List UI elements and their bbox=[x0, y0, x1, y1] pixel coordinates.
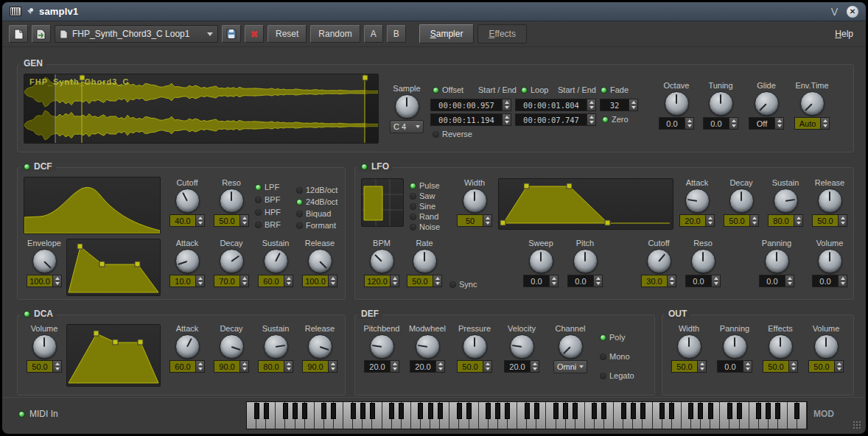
spinner-arrows[interactable] bbox=[52, 361, 61, 372]
spinner-arrows[interactable] bbox=[195, 275, 204, 286]
dcf-release-knob[interactable] bbox=[308, 249, 332, 273]
spinner-arrows[interactable] bbox=[549, 275, 558, 286]
tab-effects[interactable]: Effects bbox=[477, 24, 526, 43]
lfo-sync-toggle[interactable]: Sync bbox=[449, 280, 477, 289]
shade-chevron-icon[interactable]: ⋁ bbox=[831, 7, 838, 15]
lfo-reso-knob[interactable] bbox=[691, 249, 715, 273]
open-preset-button[interactable] bbox=[32, 25, 51, 43]
fade-field[interactable]: 32 bbox=[600, 99, 638, 111]
lfo-shape-sine[interactable]: Sine bbox=[410, 202, 435, 211]
filter-slope-12db[interactable]: 12dB/oct bbox=[296, 186, 337, 194]
lfo-sustain-spinbox[interactable]: 80.0 bbox=[768, 214, 803, 227]
spinner-arrows[interactable] bbox=[239, 215, 248, 226]
piano-black-key[interactable] bbox=[553, 403, 559, 419]
out-effects-knob[interactable] bbox=[769, 334, 793, 359]
dcf-release-spinbox[interactable]: 100.0 bbox=[302, 275, 337, 287]
dca-sustain-knob[interactable] bbox=[264, 334, 288, 359]
loop-toggle[interactable]: Loop bbox=[521, 85, 548, 94]
spinner-arrows[interactable] bbox=[433, 275, 441, 286]
piano-black-key[interactable] bbox=[418, 403, 423, 419]
piano-black-key[interactable] bbox=[601, 403, 606, 419]
filter-slope-24db[interactable]: 24dB/oct bbox=[296, 197, 337, 206]
piano-black-key[interactable] bbox=[794, 403, 799, 419]
def-pitchbend-knob[interactable] bbox=[370, 334, 394, 359]
spinner-arrows[interactable] bbox=[593, 275, 602, 286]
piano-black-key[interactable] bbox=[486, 403, 491, 419]
piano-black-key[interactable] bbox=[669, 403, 674, 419]
spinner-arrows[interactable] bbox=[838, 215, 847, 226]
lfo-pitch-spinbox[interactable]: 0.0 bbox=[567, 275, 603, 287]
spinner-arrows[interactable] bbox=[195, 361, 204, 372]
lfo-width-knob[interactable] bbox=[463, 189, 487, 213]
dcf-cutoff-spinbox[interactable]: 40.0 bbox=[169, 214, 205, 227]
spinner-arrows[interactable] bbox=[774, 118, 783, 129]
piano-black-key[interactable] bbox=[698, 403, 703, 419]
keymode-mono[interactable]: Mono bbox=[600, 352, 630, 361]
spinner-arrows[interactable] bbox=[788, 361, 797, 372]
spinner-arrows[interactable] bbox=[587, 99, 595, 110]
lfo-section-title[interactable]: LFO bbox=[357, 161, 393, 172]
lfo-release-knob[interactable] bbox=[818, 189, 842, 213]
lfo-panning-knob[interactable] bbox=[765, 249, 789, 273]
piano-black-key[interactable] bbox=[331, 403, 336, 419]
tuning-spinbox[interactable]: 0.0 bbox=[703, 117, 738, 130]
dca-release-knob[interactable] bbox=[308, 334, 332, 359]
out-volume-spinbox[interactable]: 50.0 bbox=[808, 360, 844, 373]
piano-black-key[interactable] bbox=[688, 403, 693, 419]
lfo-attack-spinbox[interactable]: 20.0 bbox=[679, 214, 715, 227]
offset-start-field[interactable]: 00:00:00.957 bbox=[430, 99, 511, 111]
lfo-release-spinbox[interactable]: 50.0 bbox=[812, 214, 847, 227]
dca-release-spinbox[interactable]: 90.0 bbox=[302, 360, 337, 373]
spinner-arrows[interactable] bbox=[820, 118, 829, 129]
piano-black-key[interactable] bbox=[264, 403, 269, 419]
piano-black-key[interactable] bbox=[360, 403, 365, 419]
dcf-section-title[interactable]: DCF bbox=[20, 161, 56, 172]
spinner-arrows[interactable] bbox=[483, 215, 491, 226]
spinner-arrows[interactable] bbox=[328, 361, 337, 372]
lfo-cutoff-spinbox[interactable]: 30.0 bbox=[641, 275, 676, 287]
out-volume-knob[interactable] bbox=[814, 334, 839, 359]
out-width-knob[interactable] bbox=[677, 334, 701, 359]
spinner-arrows[interactable] bbox=[697, 361, 706, 372]
spinner-arrows[interactable] bbox=[743, 361, 752, 372]
lfo-shape-saw[interactable]: Saw bbox=[410, 191, 435, 200]
spinner-arrows[interactable] bbox=[502, 114, 511, 125]
piano-black-key[interactable] bbox=[525, 403, 530, 419]
piano-black-key[interactable] bbox=[621, 403, 626, 419]
dcf-reso-spinbox[interactable]: 50.0 bbox=[214, 214, 249, 227]
tuning-knob[interactable] bbox=[709, 91, 733, 116]
zero-toggle[interactable]: Zero bbox=[602, 115, 629, 124]
out-panning-knob[interactable] bbox=[723, 334, 747, 359]
dcf-envelope-spinbox[interactable]: 100.0 bbox=[27, 275, 62, 287]
lfo-reso-spinbox[interactable]: 0.0 bbox=[685, 275, 721, 287]
lfo-rate-spinbox[interactable]: 50.0 bbox=[407, 275, 442, 287]
dcf-attack-knob[interactable] bbox=[175, 249, 200, 273]
lfo-attack-knob[interactable] bbox=[685, 189, 710, 213]
lfo-pitch-knob[interactable] bbox=[573, 249, 598, 273]
lfo-cutoff-knob[interactable] bbox=[647, 249, 671, 273]
reverse-toggle[interactable]: Reverse bbox=[433, 130, 472, 138]
spinner-arrows[interactable] bbox=[834, 361, 843, 372]
spinner-arrows[interactable] bbox=[711, 275, 720, 286]
def-modwheel-knob[interactable] bbox=[416, 334, 440, 359]
spinner-arrows[interactable] bbox=[794, 215, 802, 226]
piano-black-key[interactable] bbox=[283, 403, 288, 419]
lfo-volume-spinbox[interactable]: 0.0 bbox=[812, 275, 847, 287]
lfo-bpm-knob[interactable] bbox=[370, 249, 394, 273]
out-effects-spinbox[interactable]: 50.0 bbox=[763, 360, 798, 373]
def-channel-knob[interactable] bbox=[559, 334, 583, 359]
swap-b-button[interactable]: B bbox=[387, 25, 406, 43]
def-pitchbend-spinbox[interactable]: 20.0 bbox=[364, 360, 399, 373]
spinner-arrows[interactable] bbox=[284, 275, 293, 286]
piano-black-key[interactable] bbox=[659, 403, 665, 419]
piano-black-key[interactable] bbox=[737, 403, 742, 419]
piano-black-key[interactable] bbox=[321, 403, 326, 419]
piano-black-key[interactable] bbox=[302, 403, 307, 419]
spinner-arrows[interactable] bbox=[838, 275, 847, 286]
out-width-spinbox[interactable]: 50.0 bbox=[671, 360, 707, 373]
piano-black-key[interactable] bbox=[708, 403, 713, 419]
octave-knob[interactable] bbox=[665, 91, 689, 116]
def-velocity-spinbox[interactable]: 20.0 bbox=[504, 360, 539, 373]
dca-attack-spinbox[interactable]: 60.0 bbox=[169, 360, 205, 373]
envtime-knob[interactable] bbox=[800, 91, 825, 116]
